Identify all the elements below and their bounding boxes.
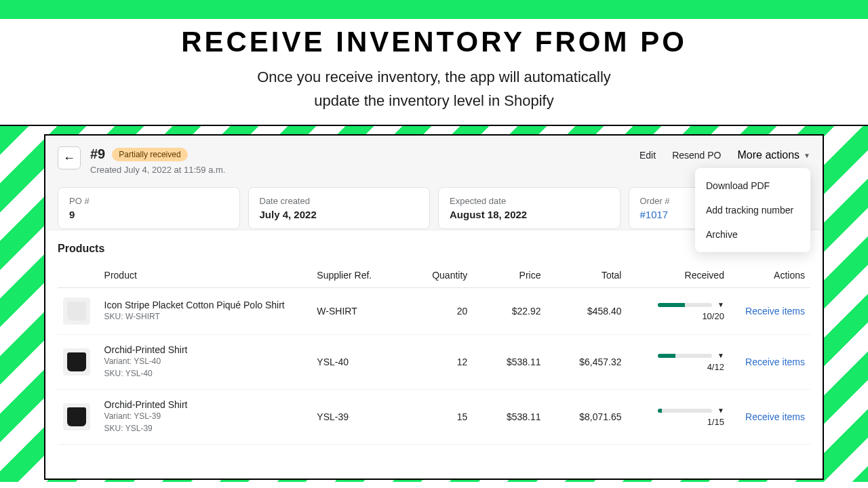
receive-items-button[interactable]: Receive items — [745, 306, 805, 317]
page-title: RECEIVE INVENTORY FROM PO — [14, 26, 854, 58]
product-thumbnail — [63, 403, 90, 430]
page-subtitle-line2: update the inventory level in Shopify — [14, 89, 854, 113]
price: $538.11 — [473, 335, 546, 390]
col-supplier-ref: Supplier Ref. — [311, 263, 414, 288]
po-number-title: #9 — [90, 146, 105, 162]
page-subtitle-line1: Once you receive inventory, the app will… — [14, 65, 854, 89]
col-actions: Actions — [730, 263, 810, 288]
summary-value: 9 — [69, 209, 229, 220]
col-price: Price — [473, 263, 546, 288]
chevron-down-icon[interactable]: ▼ — [717, 407, 724, 414]
chevron-down-icon: ▼ — [804, 152, 810, 159]
promo-header: RECEIVE INVENTORY FROM PO Once you recei… — [0, 19, 868, 125]
product-thumbnail — [63, 348, 90, 375]
summary-value: August 18, 2022 — [450, 209, 609, 220]
total: $458.40 — [546, 288, 627, 335]
supplier-ref: YSL-39 — [311, 390, 414, 445]
chevron-down-icon[interactable]: ▼ — [717, 352, 724, 359]
col-total: Total — [546, 263, 627, 288]
back-button[interactable]: ← — [58, 146, 81, 169]
summary-po-number: PO # 9 — [58, 187, 240, 229]
summary-label: Expected date — [450, 196, 609, 206]
created-timestamp: Created July 4, 2022 at 11:59 a.m. — [90, 165, 639, 175]
price: $22.92 — [473, 288, 546, 335]
dropdown-download-pdf[interactable]: Download PDF — [695, 174, 810, 198]
chevron-down-icon[interactable]: ▼ — [717, 301, 724, 308]
received-count: 4/12 — [707, 362, 724, 372]
received-progress — [658, 409, 712, 413]
summary-value: July 4, 2022 — [260, 209, 419, 220]
top-green-bar — [0, 0, 868, 19]
product-name: Orchid-Printed Shirt — [104, 399, 307, 410]
edit-button[interactable]: Edit — [639, 150, 656, 161]
received-progress — [658, 303, 712, 307]
resend-po-button[interactable]: Resend PO — [672, 150, 721, 161]
more-actions-button[interactable]: More actions ▼ Download PDF Add tracking… — [738, 149, 811, 161]
col-received: Received — [627, 263, 729, 288]
more-actions-dropdown: Download PDF Add tracking number Archive — [695, 168, 810, 252]
table-row: Orchid-Printed Shirt Variant: YSL-40 SKU… — [58, 335, 810, 390]
products-section: Products Product Supplier Ref. Quantity … — [45, 230, 823, 457]
product-variant: Variant: YSL-40 — [104, 355, 307, 367]
arrow-left-icon: ← — [63, 152, 75, 164]
product-sku: SKU: YSL-39 — [104, 422, 307, 434]
quantity: 15 — [414, 390, 473, 445]
dropdown-add-tracking[interactable]: Add tracking number — [695, 198, 810, 222]
status-badge: Partially received — [112, 148, 187, 161]
price: $538.11 — [473, 390, 546, 445]
col-quantity: Quantity — [414, 263, 473, 288]
more-actions-label: More actions — [738, 149, 800, 161]
products-table: Product Supplier Ref. Quantity Price Tot… — [58, 263, 810, 445]
quantity: 20 — [414, 288, 473, 335]
receive-items-button[interactable]: Receive items — [745, 411, 805, 422]
total: $8,071.65 — [546, 390, 627, 445]
received-progress — [658, 354, 712, 358]
app-header-area: ← #9 Partially received Created July 4, … — [45, 136, 823, 230]
summary-expected-date: Expected date August 18, 2022 — [438, 187, 620, 229]
product-variant: Variant: YSL-39 — [104, 410, 307, 422]
col-product: Product — [99, 263, 312, 288]
table-row: Icon Stripe Placket Cotton Piqué Polo Sh… — [58, 288, 810, 335]
app-window: ← #9 Partially received Created July 4, … — [44, 134, 824, 480]
stripe-background: ← #9 Partially received Created July 4, … — [0, 126, 868, 482]
table-row: Orchid-Printed Shirt Variant: YSL-39 SKU… — [58, 390, 810, 445]
dropdown-archive[interactable]: Archive — [695, 222, 810, 247]
summary-label: Date created — [260, 196, 419, 206]
received-count: 10/20 — [702, 311, 724, 321]
product-name: Orchid-Printed Shirt — [104, 344, 307, 355]
summary-date-created: Date created July 4, 2022 — [248, 187, 431, 229]
total: $6,457.32 — [546, 335, 627, 390]
received-count: 1/15 — [707, 417, 724, 427]
supplier-ref: YSL-40 — [311, 335, 414, 390]
supplier-ref: W-SHIRT — [311, 288, 414, 335]
product-thumbnail — [63, 298, 90, 325]
receive-items-button[interactable]: Receive items — [745, 357, 805, 367]
product-sku: SKU: W-SHIRT — [104, 310, 307, 323]
product-sku: SKU: YSL-40 — [104, 367, 307, 380]
quantity: 12 — [414, 335, 473, 390]
summary-label: PO # — [69, 196, 229, 206]
product-name: Icon Stripe Placket Cotton Piqué Polo Sh… — [104, 300, 307, 310]
